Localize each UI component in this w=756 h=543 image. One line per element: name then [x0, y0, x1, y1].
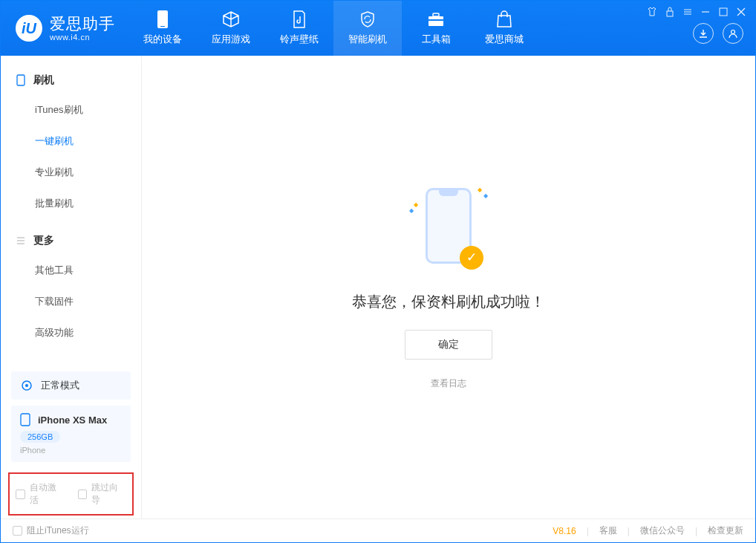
tab-label: 铃声壁纸: [280, 33, 319, 46]
footer-right: V8.16 | 客服 | 微信公众号 | 检查更新: [553, 524, 743, 537]
sidebar-item-itunes-flash[interactable]: iTunes刷机: [1, 94, 141, 126]
wechat-link[interactable]: 微信公众号: [640, 524, 685, 537]
device-card[interactable]: iPhone XS Max 256GB iPhone: [11, 406, 131, 462]
svg-point-19: [25, 384, 28, 387]
success-illustration: ◆ ◆ ◆ ◆ ✓: [408, 185, 489, 274]
logo-text: 爱思助手 www.i4.cn: [50, 15, 115, 41]
separator: |: [628, 526, 630, 536]
sidebar-head-more: 更多: [1, 227, 141, 255]
device-small-icon: [20, 413, 30, 426]
tab-label: 我的设备: [143, 33, 182, 46]
svg-rect-1: [160, 26, 165, 27]
user-icon[interactable]: [723, 23, 743, 44]
mode-label: 正常模式: [41, 379, 79, 392]
shirt-icon[interactable]: [645, 5, 659, 19]
download-icon[interactable]: [693, 23, 714, 44]
version-label: V8.16: [553, 526, 576, 536]
footer: 阻止iTunes运行 V8.16 | 客服 | 微信公众号 | 检查更新: [1, 518, 755, 542]
device-storage: 256GB: [20, 431, 60, 443]
device-name: iPhone XS Max: [38, 414, 107, 426]
checkbox-label: 跳过向导: [91, 481, 126, 507]
svg-rect-20: [21, 414, 30, 426]
support-link[interactable]: 客服: [599, 524, 617, 537]
checkbox-auto-activate[interactable]: 自动激活: [16, 481, 65, 507]
titlebar-right: [638, 1, 755, 56]
section-title: 刷机: [33, 74, 54, 87]
options-row: 自动激活 跳过向导: [8, 472, 134, 516]
checkbox-label: 阻止iTunes运行: [27, 524, 89, 537]
body: 刷机 iTunes刷机 一键刷机 专业刷机 批量刷机 更多 其他工具 下载固件 …: [1, 56, 755, 518]
cube-icon: [222, 10, 240, 28]
mode-card[interactable]: 正常模式: [11, 371, 131, 400]
svg-rect-4: [428, 19, 443, 21]
tab-smart-flash[interactable]: 智能刷机: [333, 1, 402, 56]
sidebar-item-onekey-flash[interactable]: 一键刷机: [1, 126, 141, 157]
tab-store[interactable]: 爱思商城: [470, 1, 538, 56]
close-icon[interactable]: [734, 5, 748, 19]
update-link[interactable]: 检查更新: [708, 524, 743, 537]
logo-block: iU 爱思助手 www.i4.cn: [1, 1, 128, 56]
sidebar-item-advanced[interactable]: 高级功能: [1, 317, 141, 348]
sparkle-icon: ◆: [414, 201, 418, 208]
sparkle-icon: ◆: [478, 186, 482, 193]
titlebar: iU 爱思助手 www.i4.cn 我的设备 应用游戏 铃声壁纸 智能刷机: [1, 1, 755, 56]
tab-label: 应用游戏: [212, 33, 250, 46]
success-message: 恭喜您，保资料刷机成功啦！: [352, 292, 545, 312]
phone-small-icon: [16, 75, 26, 85]
app-name: 爱思助手: [50, 15, 115, 32]
logo-icon: iU: [16, 15, 42, 42]
tab-toolbox[interactable]: 工具箱: [402, 1, 470, 56]
phone-notch-icon: [439, 190, 458, 196]
svg-rect-0: [157, 10, 168, 28]
tab-ringtone-wallpaper[interactable]: 铃声壁纸: [265, 1, 333, 56]
separator: |: [695, 526, 697, 536]
separator: |: [587, 526, 589, 536]
checkbox-icon: [16, 490, 25, 499]
nav-tabs: 我的设备 应用游戏 铃声壁纸 智能刷机 工具箱 爱思商城: [128, 1, 538, 56]
refresh-shield-icon: [359, 10, 377, 28]
user-controls: [693, 23, 748, 44]
sidebar-item-download-firmware[interactable]: 下载固件: [1, 286, 141, 317]
checkbox-icon: [13, 526, 22, 536]
checkbox-block-itunes[interactable]: 阻止iTunes运行: [13, 524, 89, 537]
tab-my-device[interactable]: 我的设备: [128, 1, 197, 56]
checkbox-icon: [78, 490, 88, 499]
svg-rect-3: [433, 13, 439, 16]
app-window: iU 爱思助手 www.i4.cn 我的设备 应用游戏 铃声壁纸 智能刷机: [0, 0, 756, 543]
music-file-icon: [290, 10, 308, 28]
section-title: 更多: [33, 234, 54, 247]
window-controls: [645, 5, 748, 19]
svg-rect-10: [720, 8, 727, 16]
toolbox-icon: [427, 10, 445, 28]
svg-rect-5: [667, 11, 673, 16]
svg-rect-2: [428, 16, 443, 26]
sidebar-item-pro-flash[interactable]: 专业刷机: [1, 157, 141, 188]
svg-rect-14: [17, 75, 25, 85]
list-small-icon: [16, 235, 26, 246]
svg-point-13: [731, 30, 735, 34]
checkbox-skip-guide[interactable]: 跳过向导: [78, 481, 127, 507]
tab-label: 工具箱: [422, 33, 451, 46]
lock-icon[interactable]: [663, 5, 677, 19]
view-log-link[interactable]: 查看日志: [431, 377, 466, 390]
sidebar-item-other-tools[interactable]: 其他工具: [1, 255, 141, 286]
app-url: www.i4.cn: [50, 33, 115, 42]
mode-icon: [20, 379, 33, 392]
checkbox-label: 自动激活: [30, 481, 65, 507]
tab-label: 智能刷机: [348, 33, 387, 46]
sidebar-head-flash: 刷机: [1, 66, 141, 94]
device-icon: [154, 10, 172, 28]
tab-label: 爱思商城: [485, 33, 524, 46]
sparkle-icon: ◆: [483, 192, 488, 199]
minimize-icon[interactable]: [699, 5, 712, 19]
sidebar: 刷机 iTunes刷机 一键刷机 专业刷机 批量刷机 更多 其他工具 下载固件 …: [1, 56, 142, 518]
confirm-button[interactable]: 确定: [405, 330, 492, 360]
tab-apps-games[interactable]: 应用游戏: [197, 1, 265, 56]
sidebar-item-batch-flash[interactable]: 批量刷机: [1, 188, 141, 219]
maximize-icon[interactable]: [717, 5, 730, 19]
sparkle-icon: ◆: [409, 207, 414, 214]
bag-icon: [495, 10, 513, 28]
check-badge-icon: ✓: [460, 246, 483, 270]
menu-icon[interactable]: [681, 5, 694, 19]
main-content: ◆ ◆ ◆ ◆ ✓ 恭喜您，保资料刷机成功啦！ 确定 查看日志: [142, 56, 755, 518]
